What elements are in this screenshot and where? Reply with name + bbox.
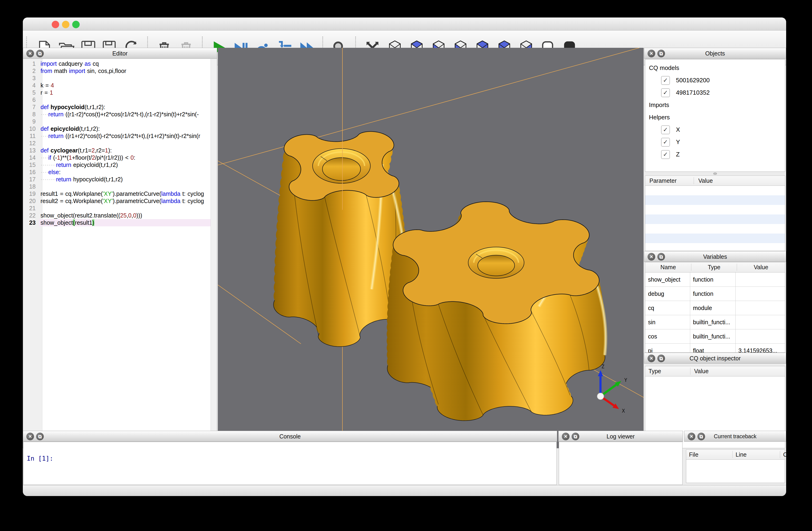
type-column-header[interactable]: Type	[649, 366, 661, 376]
code-line[interactable]: 15········return·epicycloid(t,r1,r2)	[23, 161, 211, 169]
variables-table-header: Name Type Value	[645, 262, 785, 273]
tree-item-Z[interactable]: ✓Z	[649, 148, 785, 160]
triad-origin	[597, 393, 604, 400]
code-line[interactable]: 20result2·=·cq.Workplane('XY').parametri…	[23, 197, 211, 205]
checkbox-icon[interactable]: ✓	[661, 88, 670, 97]
y-axis	[218, 48, 639, 165]
parameter-row	[645, 243, 785, 251]
code-line[interactable]: 16····else:	[23, 169, 211, 176]
tree-item-5001629200[interactable]: ✓5001629200	[649, 74, 785, 86]
tree-item-label: 5001629200	[676, 77, 710, 84]
editor-scrollbar[interactable]	[211, 59, 217, 448]
console-area[interactable]: In [1]:	[23, 442, 557, 485]
parameter-column-header[interactable]: Parameter	[649, 176, 677, 185]
code-line[interactable]: 12	[23, 140, 211, 147]
log-panel-title: Log viewer	[559, 431, 683, 442]
code-column-header[interactable]: C	[783, 450, 786, 459]
code-line[interactable]: 22show_object(result2.translate((25,0,0)…	[23, 212, 211, 219]
traceback-panel: ✕ ⧉ Current traceback File Line C	[684, 431, 786, 485]
code-line[interactable]: 5r·=·1	[23, 89, 211, 96]
gear-bore	[478, 255, 514, 276]
code-line[interactable]: 9	[23, 118, 211, 125]
variables-table[interactable]: show_objectfunctiondebugfunctioncqmodule…	[645, 273, 785, 353]
code-line[interactable]: 17········return·hypocycloid(t,r1,r2)	[23, 176, 211, 183]
checkbox-icon[interactable]: ✓	[661, 76, 670, 85]
checkbox-icon[interactable]: ✓	[661, 125, 670, 134]
variables-panel: ✕ ⧉ Variables Name Type Value show_objec…	[644, 251, 786, 353]
tree-item-Y[interactable]: ✓Y	[649, 136, 785, 148]
file-column-header[interactable]: File	[689, 450, 698, 459]
console-prompt[interactable]: In [1]:	[27, 455, 53, 462]
panel-splitter[interactable]	[644, 172, 786, 176]
viewport-canvas[interactable]: ZYX	[218, 48, 643, 448]
3d-viewport[interactable]: ZYX	[218, 48, 643, 448]
line-number: 11	[23, 132, 39, 140]
code-line[interactable]: 21	[23, 205, 211, 212]
minimize-window-button[interactable]	[62, 21, 69, 28]
traceback-table[interactable]	[686, 460, 785, 483]
log-viewer-panel: ✕ ⧉ Log viewer	[559, 431, 683, 485]
gear-bore	[322, 157, 361, 180]
line-number: 6	[23, 96, 39, 103]
code-line[interactable]: 11····return·((r1+r2)*cos(t)-r2*cos(r1/r…	[23, 132, 211, 140]
code-line[interactable]: 8····return·((r1-r2)*cos(t)+r2*cos(r1/r2…	[23, 111, 211, 118]
cq-editor-window: ✕ ⧉ Editor 1import·cadquery·as·cq2from·m…	[23, 17, 786, 496]
name-column-header[interactable]: Name	[645, 262, 691, 272]
variable-row[interactable]: sinbuiltin_functi...	[645, 315, 785, 330]
tree-item-4981710352[interactable]: ✓4981710352	[649, 86, 785, 99]
zoom-window-button[interactable]	[72, 21, 79, 28]
parameter-table[interactable]	[645, 186, 785, 251]
type-column-header[interactable]: Type	[691, 262, 737, 272]
variables-panel-title: Variables	[644, 251, 786, 262]
variable-row[interactable]: debugfunction	[645, 287, 785, 301]
tree-item-X[interactable]: ✓X	[649, 124, 785, 136]
console-panel: ✕ ⧉ Console In [1]:	[23, 431, 557, 485]
tree-item-Imports[interactable]: Imports	[649, 99, 785, 111]
code-line[interactable]: 13def·cyclogear(t,r1=2,r2=1):	[23, 147, 211, 154]
code-editor[interactable]: 1import·cadquery·as·cq2from·math·import·…	[23, 59, 217, 448]
z-axis-label: Z	[601, 364, 605, 369]
code-line[interactable]: 4k·=·4	[23, 82, 211, 89]
tree-item-Helpers[interactable]: Helpers	[649, 111, 785, 124]
parameter-row	[645, 186, 785, 195]
value-column-header[interactable]: Value	[694, 366, 709, 376]
code-lines[interactable]: 1import·cadquery·as·cq2from·math·import·…	[23, 60, 211, 226]
orientation-triad: ZYX	[597, 364, 627, 414]
objects-panel: ✕ ⧉ Objects CQ models✓5001629200✓4981710…	[644, 48, 786, 172]
value-column-header[interactable]: Value	[698, 176, 713, 185]
editor-panel-title: Editor	[23, 48, 217, 59]
checkbox-icon[interactable]: ✓	[661, 150, 670, 159]
variable-row[interactable]: cosbuiltin_functi...	[645, 330, 785, 344]
log-viewer-area[interactable]	[559, 442, 682, 485]
close-window-button[interactable]	[52, 21, 59, 28]
line-column-header[interactable]: Line	[736, 450, 746, 459]
code-line[interactable]: 10def·epicycloid(t,r1,r2):	[23, 125, 211, 132]
variable-row[interactable]: pifloat3.141592653...	[645, 344, 785, 353]
variable-row[interactable]: show_objectfunction	[645, 273, 785, 287]
objects-panel-title: Objects	[644, 48, 786, 59]
line-number: 9	[23, 118, 39, 125]
code-line[interactable]: 7def·hypocycloid(t,r1,r2):	[23, 103, 211, 111]
code-line[interactable]: 3	[23, 74, 211, 82]
value-column-header[interactable]: Value	[737, 262, 785, 272]
console-panel-title: Console	[23, 431, 557, 442]
code-line[interactable]: 23show_object(result1)	[23, 219, 211, 226]
code-line[interactable]: 14····if·(-1)**(1+floor(t/2/pi*(r1/r2)))…	[23, 154, 211, 161]
tree-item-label: Y	[676, 138, 680, 146]
traceback-panel-header: ✕ ⧉ Current traceback	[684, 431, 786, 442]
variables-panel-header: ✕ ⧉ Variables	[644, 251, 786, 262]
tree-item-CQ models[interactable]: CQ models	[649, 62, 785, 74]
objects-panel-header: ✕ ⧉ Objects	[644, 48, 786, 59]
code-line[interactable]: 2from·math·import·sin,·cos,pi,floor	[23, 67, 211, 74]
gear-result2[interactable]	[387, 201, 606, 421]
tree-item-label: Z	[676, 151, 680, 158]
code-line[interactable]: 19result1·=·cq.Workplane('XY').parametri…	[23, 190, 211, 197]
checkbox-icon[interactable]: ✓	[661, 138, 670, 146]
variable-row[interactable]: cqmodule	[645, 301, 785, 315]
title-bar[interactable]	[23, 17, 786, 30]
objects-tree[interactable]: CQ models✓5001629200✓4981710352ImportsHe…	[645, 59, 785, 160]
code-line[interactable]: 6	[23, 96, 211, 103]
line-number: 2	[23, 67, 39, 74]
code-line[interactable]: 1import·cadquery·as·cq	[23, 60, 211, 67]
code-line[interactable]: 18	[23, 183, 211, 190]
